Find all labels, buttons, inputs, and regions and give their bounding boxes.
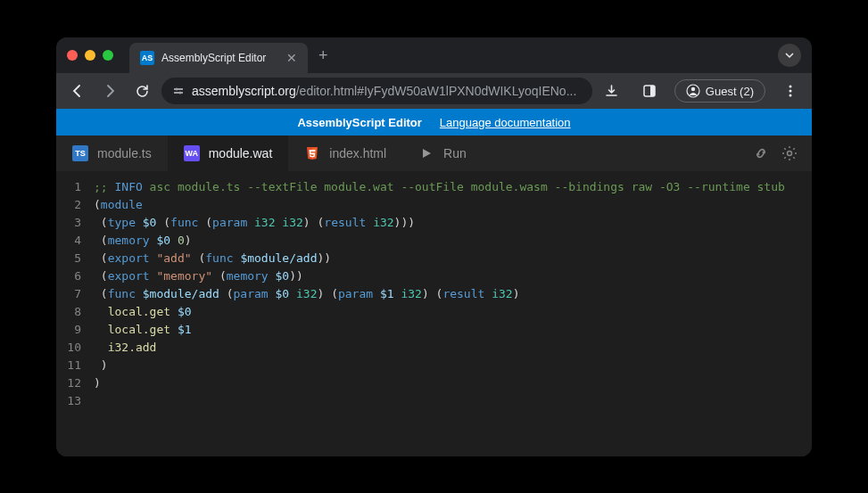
tab-label: module.wat: [209, 146, 273, 160]
editor-actions: [753, 145, 812, 161]
downloads-button[interactable]: [599, 78, 624, 103]
menu-button[interactable]: [778, 78, 803, 103]
code-line[interactable]: (module: [94, 196, 812, 214]
html5-icon: [304, 145, 320, 161]
person-icon: [686, 84, 700, 98]
site-settings-icon: [172, 85, 185, 97]
browser-window: AS AssemblyScript Editor ✕ + assemblyscr…: [56, 37, 812, 456]
wasm-icon: WA: [184, 145, 200, 161]
tab-label: index.html: [329, 146, 386, 160]
line-gutter: 12345678910111213: [56, 178, 94, 456]
code-editor[interactable]: 12345678910111213 ;; INFO asc module.ts …: [56, 171, 812, 456]
address-bar[interactable]: assemblyscript.org/editor.html#IyFydW50a…: [161, 78, 592, 104]
tab-title: AssemblyScript Editor: [161, 52, 279, 64]
close-window-button[interactable]: [67, 50, 78, 61]
minimize-window-button[interactable]: [85, 50, 95, 61]
app-banner: AssemblyScript Editor Language documenta…: [56, 109, 812, 136]
play-icon: [418, 145, 434, 161]
reload-button[interactable]: [129, 78, 154, 103]
svg-point-10: [789, 94, 792, 97]
close-tab-button[interactable]: ✕: [286, 51, 297, 65]
svg-point-9: [789, 90, 792, 93]
tab-module-wat[interactable]: WA module.wat: [168, 136, 289, 171]
code-line[interactable]: (type $0 (func (param i32 i32) (result i…: [94, 214, 812, 232]
tab-module-ts[interactable]: TS module.ts: [56, 136, 168, 171]
profile-button[interactable]: Guest (2): [674, 79, 765, 103]
svg-point-7: [691, 87, 695, 91]
back-button[interactable]: [65, 78, 90, 103]
new-tab-button[interactable]: +: [318, 46, 328, 65]
tab-overflow-button[interactable]: [778, 44, 801, 67]
code-line[interactable]: local.get $0: [94, 303, 812, 321]
settings-button[interactable]: [781, 145, 798, 161]
share-button[interactable]: [753, 145, 769, 161]
tab-run[interactable]: Run: [402, 136, 483, 171]
code-line[interactable]: ): [94, 374, 812, 392]
profile-label: Guest (2): [706, 85, 754, 98]
banner-title: AssemblyScript Editor: [297, 116, 421, 129]
code-content[interactable]: ;; INFO asc module.ts --textFile module.…: [94, 178, 812, 456]
code-line[interactable]: ): [94, 357, 812, 374]
sidepanel-button[interactable]: [637, 78, 662, 103]
tab-favicon-icon: AS: [140, 51, 154, 65]
forward-button[interactable]: [97, 78, 122, 103]
code-line[interactable]: (func $module/add (param $0 i32) (param …: [94, 285, 812, 303]
svg-point-8: [789, 86, 792, 88]
svg-point-3: [179, 92, 182, 94]
tab-label: Run: [443, 146, 467, 160]
code-line[interactable]: (export "add" (func $module/add)): [94, 250, 812, 267]
tab-label: module.ts: [97, 146, 152, 160]
code-line[interactable]: ;; INFO asc module.ts --textFile module.…: [94, 178, 812, 196]
svg-point-11: [788, 152, 792, 156]
svg-point-2: [176, 88, 178, 91]
typescript-icon: TS: [72, 145, 88, 161]
browser-tab[interactable]: AS AssemblyScript Editor ✕: [129, 43, 308, 73]
maximize-window-button[interactable]: [103, 50, 113, 61]
code-line[interactable]: i32.add: [94, 339, 812, 357]
url-text: assemblyscript.org/editor.html#IyFydW50a…: [192, 84, 576, 98]
code-line[interactable]: [94, 392, 812, 410]
browser-toolbar: assemblyscript.org/editor.html#IyFydW50a…: [56, 73, 812, 109]
code-line[interactable]: (memory $0 0): [94, 232, 812, 250]
editor-tab-bar: TS module.ts WA module.wat index.html Ru…: [56, 136, 812, 171]
svg-rect-5: [650, 86, 655, 96]
docs-link[interactable]: Language documentation: [440, 116, 571, 129]
window-controls: [67, 50, 113, 61]
code-line[interactable]: (export "memory" (memory $0)): [94, 267, 812, 285]
code-line[interactable]: local.get $1: [94, 321, 812, 339]
tab-index-html[interactable]: index.html: [288, 136, 402, 171]
browser-tab-strip: AS AssemblyScript Editor ✕ +: [56, 37, 812, 73]
